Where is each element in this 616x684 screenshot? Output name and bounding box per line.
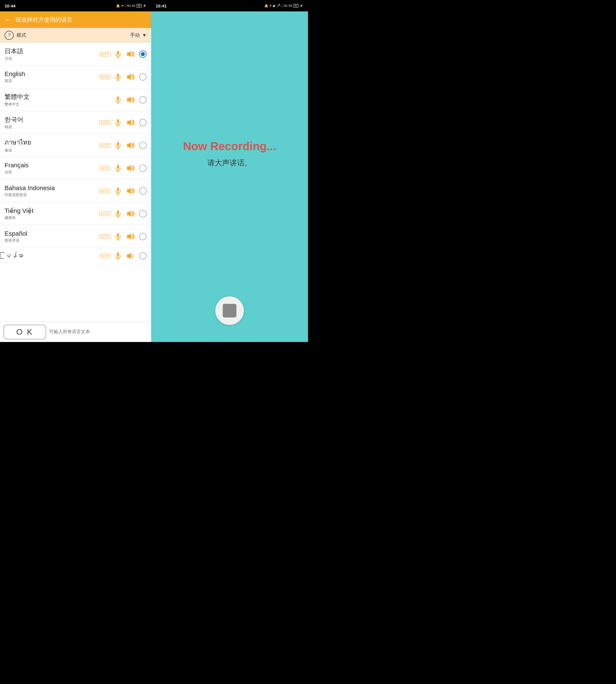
mic-icon[interactable] xyxy=(113,140,123,151)
mic-icon[interactable] xyxy=(113,231,123,242)
lang-sub: 西班牙语 xyxy=(4,238,99,243)
lang-sub: 英语 xyxy=(4,78,99,84)
radio-button-japanese[interactable] xyxy=(139,50,147,58)
ok-button[interactable]: O K xyxy=(3,325,46,339)
svg-marker-19 xyxy=(127,142,131,149)
lang-sub: 越南语 xyxy=(4,215,99,220)
svg-rect-16 xyxy=(117,142,119,146)
speaker-icon[interactable] xyxy=(125,251,136,261)
mic-icon[interactable] xyxy=(113,95,123,105)
list-item[interactable]: မြန်မာ AUTO xyxy=(0,248,151,264)
radio-button-thai[interactable] xyxy=(139,142,147,149)
mic-status-icon: 🎤 xyxy=(276,4,280,8)
radio-button-english[interactable] xyxy=(139,73,147,81)
recording-subtitle: 请大声讲话。 xyxy=(207,158,252,168)
radio-button-vietnamese[interactable] xyxy=(139,210,147,218)
list-item[interactable]: Bahasa Indonesia 印度尼西亚语 AUTO xyxy=(0,180,151,202)
auto-badge: AUTO xyxy=(99,52,111,56)
battery-right: 92 xyxy=(293,4,299,8)
radio-button-trad-chinese[interactable] xyxy=(139,96,147,104)
svg-marker-15 xyxy=(127,119,131,126)
network-4g-right: 4G xyxy=(289,4,292,7)
list-item[interactable]: 한국어 韩语 AUTO xyxy=(0,111,151,134)
svg-marker-3 xyxy=(127,51,131,57)
list-item[interactable]: 日本語 日语 AUTO xyxy=(0,43,151,66)
ok-row: O K 可输入所有语言文本 xyxy=(0,321,151,342)
mode-dropdown-arrow: ▼ xyxy=(142,33,147,38)
lang-name: Español xyxy=(4,230,99,237)
back-button[interactable]: ← xyxy=(4,16,12,24)
speaker-icon[interactable] xyxy=(125,49,136,59)
speaker-icon[interactable] xyxy=(125,140,136,151)
right-panel: 10:41 🔔 ✦ ◉ 🎤 □ 5G 4G 92 ⚡ Now Recording… xyxy=(151,0,308,342)
bluetooth-icon-right: ✦ xyxy=(269,4,272,8)
auto-badge: AUTO xyxy=(99,211,111,216)
speaker-icon[interactable] xyxy=(125,231,136,242)
mic-icon[interactable] xyxy=(113,72,123,82)
speaker-icon[interactable] xyxy=(125,186,136,196)
list-item[interactable]: ภาษาไทย 泰语 AUTO xyxy=(0,134,151,157)
auto-badge: AUTO xyxy=(99,234,111,239)
status-icons-left: 🔔 ✦ □ 5G 4G 90 ⚡ xyxy=(116,4,147,8)
svg-marker-23 xyxy=(127,165,131,171)
svg-marker-27 xyxy=(127,187,131,194)
mic-icon[interactable] xyxy=(113,209,123,219)
recording-area: Now Recording... 请大声讲话。 xyxy=(183,12,276,296)
list-item[interactable]: Tiếng Việt 越南语 AUTO xyxy=(0,202,151,225)
svg-marker-35 xyxy=(127,233,131,240)
lang-sub: 日语 xyxy=(4,56,99,61)
svg-rect-8 xyxy=(117,96,119,100)
lang-name: မြန်မာ xyxy=(4,252,99,260)
speaker-icon[interactable] xyxy=(125,95,136,105)
auto-badge: AUTO xyxy=(99,254,111,258)
lang-sub: 法语 xyxy=(4,169,99,175)
auto-badge: AUTO xyxy=(99,75,111,79)
speaker-icon[interactable] xyxy=(125,163,136,173)
mode-value: 手动 xyxy=(130,32,140,39)
speaker-icon[interactable] xyxy=(125,117,136,128)
network-5g-right: 5G xyxy=(284,4,287,7)
mic-icon[interactable] xyxy=(113,49,123,59)
svg-marker-31 xyxy=(127,210,131,217)
lang-text-english: English 英语 xyxy=(4,70,99,84)
speaker-icon[interactable] xyxy=(125,72,136,82)
mode-row[interactable]: ? 模式 手动 ▼ xyxy=(0,28,151,43)
list-item[interactable]: Español 西班牙语 AUTO xyxy=(0,225,151,248)
stop-button[interactable] xyxy=(215,296,244,325)
status-bar-left: 10:44 🔔 ✦ □ 5G 4G 90 ⚡ xyxy=(0,0,151,12)
lang-name: English xyxy=(4,70,99,78)
time-right: 10:41 xyxy=(156,3,167,8)
mic-icon[interactable] xyxy=(113,163,123,173)
svg-rect-4 xyxy=(117,73,119,77)
list-item[interactable]: English 英语 AUTO xyxy=(0,66,151,88)
radio-button-indonesian[interactable] xyxy=(139,187,147,195)
header-title: 请选择对方使用的语言 xyxy=(16,16,72,24)
time-left: 10:44 xyxy=(4,3,16,8)
radio-button-myanmar[interactable] xyxy=(139,252,147,260)
radio-button-french[interactable] xyxy=(139,164,147,172)
list-item[interactable]: Français 法语 AUTO xyxy=(0,157,151,180)
mic-icon[interactable] xyxy=(113,186,123,196)
network-4g-icon: 4G xyxy=(132,4,135,7)
lang-name: Bahasa Indonesia xyxy=(4,184,99,192)
signal-icon-right: □ xyxy=(281,4,283,7)
bluetooth-icon: ✦ xyxy=(121,4,124,8)
lang-sub: 繁体中文 xyxy=(4,102,99,107)
lang-sub: 泰语 xyxy=(4,148,99,153)
lang-text-japanese: 日本語 日语 xyxy=(4,47,99,61)
lang-text-vietnamese: Tiếng Việt 越南语 xyxy=(4,207,99,220)
auto-badge: AUTO xyxy=(99,189,111,193)
speaker-icon[interactable] xyxy=(125,209,136,219)
list-item[interactable]: 繁體中文 繁体中文 AUTO xyxy=(0,88,151,111)
radio-button-korean[interactable] xyxy=(139,119,147,126)
mic-icon[interactable] xyxy=(113,251,123,261)
left-panel: 10:44 🔔 ✦ □ 5G 4G 90 ⚡ ← 请选择对方使用的语言 ? 模式… xyxy=(0,0,151,342)
lang-text-indonesian: Bahasa Indonesia 印度尼西亚语 xyxy=(4,184,99,198)
lang-sub: 印度尼西亚语 xyxy=(4,192,99,198)
mic-icon[interactable] xyxy=(113,117,123,128)
svg-rect-12 xyxy=(117,119,119,123)
radio-button-spanish[interactable] xyxy=(139,233,147,240)
lang-text-trad-chinese: 繁體中文 繁体中文 xyxy=(4,93,99,107)
ok-note: 可输入所有语言文本 xyxy=(49,329,90,335)
auto-badge: AUTO xyxy=(99,120,111,125)
